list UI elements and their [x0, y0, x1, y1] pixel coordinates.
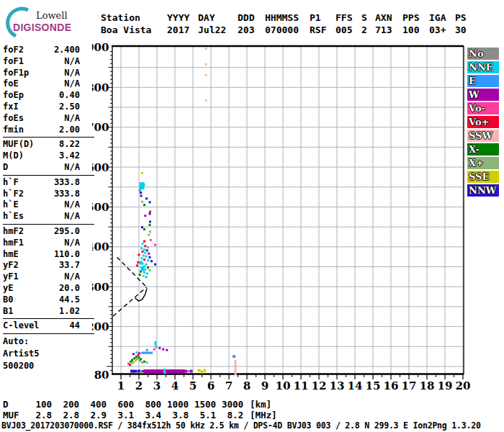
- echo-dot-NNW: [142, 370, 144, 372]
- x-axis-labels: 1234567891011121314151617181920: [117, 379, 471, 392]
- header-key: IGA: [429, 12, 455, 24]
- echo-dot-SSW: [205, 48, 207, 50]
- echo-dot-NNE: [140, 248, 143, 250]
- logo-line2: DIGISONDE: [13, 22, 71, 33]
- legend-swatch-vo-: Vo-: [467, 102, 499, 114]
- echo-dot-W: [158, 347, 161, 349]
- legend-label: W: [469, 89, 480, 101]
- x-tick-label: 12: [312, 379, 327, 392]
- echo-dot-SSW: [205, 99, 207, 102]
- header-key: HHMMSS: [265, 12, 310, 24]
- legend-label: NNE: [469, 61, 493, 73]
- echo-dot-W: [144, 215, 146, 217]
- legend-swatch-nnw: NNW: [467, 184, 499, 197]
- x-tick-label: 19: [438, 379, 453, 392]
- legend-swatch-nne: NNE: [467, 61, 499, 73]
- echo-dot-X-: [149, 224, 151, 226]
- echo-dot-X+: [141, 201, 143, 203]
- legend-swatch-w: W: [467, 89, 499, 101]
- legend-label: SSW: [469, 130, 492, 142]
- characteristic-row: h`EsN/A: [3, 211, 80, 222]
- echo-points: [127, 48, 237, 375]
- echo-dot-Vo+: [142, 251, 144, 253]
- echo-dot-SSE: [198, 369, 201, 372]
- x-tick-label: 9: [261, 379, 269, 392]
- echo-dot-NNE: [141, 266, 145, 271]
- echo-dot-NNW: [140, 194, 143, 197]
- echo-dot-W: [172, 369, 176, 373]
- echo-dot-SSE: [141, 172, 143, 174]
- characteristic-label: foF2: [3, 45, 24, 56]
- logo-line1: Lowell: [36, 10, 68, 21]
- characteristic-label: yE: [3, 283, 13, 294]
- x-tick-label: 17: [402, 379, 417, 392]
- characteristic-value: 295.0: [54, 226, 80, 238]
- header-value: 070000: [265, 24, 310, 36]
- header-value: 203: [238, 24, 265, 36]
- legend-swatch-no-val: No Val: [467, 48, 499, 60]
- legend-swatch-x-: X+: [467, 157, 499, 169]
- header-key: YYYY: [167, 12, 198, 24]
- characteristic-value: 333.8: [54, 177, 80, 189]
- characteristic-value: 3.42: [59, 150, 80, 162]
- characteristic-label: hmE: [3, 249, 19, 261]
- header-value: 2: [361, 24, 375, 36]
- legend-label: X+: [469, 157, 484, 169]
- autoscaling-info-line: Auto:: [3, 336, 94, 348]
- echo-dot-NNW: [141, 226, 143, 228]
- echo-dot-SSW: [205, 63, 207, 66]
- echo-dot-Vo+: [143, 258, 145, 261]
- echo-dot-NNE: [139, 261, 143, 264]
- muf-row-value: 3.4: [134, 410, 161, 420]
- echo-dot-NNW: [145, 197, 148, 199]
- characteristic-label: hmF1: [3, 238, 24, 249]
- characteristic-label: MUF(D): [3, 139, 34, 150]
- characteristic-label: foE: [3, 78, 19, 90]
- characteristic-label: M(D): [3, 150, 24, 162]
- characteristics-panel: foF22.400foF1N/AfoF1pN/AfoEN/AfoEp0.40fx…: [3, 43, 94, 374]
- echo-dot-E: [233, 355, 235, 358]
- characteristic-value: 44: [70, 320, 80, 332]
- d-row-unit: [km]: [243, 399, 271, 410]
- profile-solid-curve: [135, 288, 148, 301]
- characteristic-row: M(D)3.42: [3, 150, 80, 162]
- x-tick-label: 16: [384, 379, 399, 392]
- characteristic-label: D: [3, 162, 8, 174]
- echo-dot-NNE: [145, 264, 148, 266]
- x-tick-label: 2: [135, 379, 143, 392]
- x-tick-label: 4: [171, 379, 179, 392]
- characteristic-row: DN/A: [3, 162, 80, 174]
- legend-label: X-: [469, 143, 480, 156]
- header-value: Jul22: [198, 24, 238, 36]
- characteristic-label: fmin: [3, 125, 24, 136]
- echo-dot-X+: [147, 246, 149, 248]
- station-header: StationYYYYDAYDDDHHMMSSP1FFSSAXNPPSIGAPS…: [101, 12, 474, 36]
- echo-dot-NNE: [155, 346, 157, 348]
- echo-dot-SSE: [201, 371, 204, 374]
- legend-swatch-e: E: [467, 75, 499, 87]
- status-color-legend: No ValNNEEWVo-Vo+SSWX-X+SSENNW: [467, 48, 499, 198]
- header-key: P1: [310, 12, 336, 24]
- echo-dot-Vo-: [153, 348, 156, 351]
- echo-dot-SSE: [203, 369, 206, 372]
- echo-dot-X+: [146, 361, 148, 364]
- characteristic-value: N/A: [64, 68, 80, 79]
- characteristic-value: N/A: [64, 238, 80, 249]
- characteristic-row: B044.5: [3, 294, 80, 306]
- characteristic-label: C-level: [3, 320, 40, 332]
- characteristic-row: hmF2295.0: [3, 226, 80, 238]
- header-key: DAY: [198, 12, 238, 24]
- characteristics-group: hmF2295.0hmF1N/AhmE110.0yF233.7yF1N/AyE2…: [3, 224, 94, 318]
- echo-dot-X+: [148, 234, 150, 236]
- d-row-value: 3000: [216, 399, 243, 410]
- characteristic-row: hmF1N/A: [3, 238, 80, 249]
- echo-dot-W: [148, 253, 150, 255]
- x-tick-label: 15: [366, 379, 381, 392]
- characteristic-label: h`F: [3, 177, 19, 189]
- y-tick-label: 600: [92, 161, 109, 174]
- y-tick-label: 800: [92, 81, 109, 94]
- characteristic-label: h`F2: [3, 189, 24, 200]
- echo-dot-Vo+: [144, 245, 146, 247]
- echo-dot-X-: [139, 274, 141, 276]
- legend-label: SSE: [469, 171, 489, 183]
